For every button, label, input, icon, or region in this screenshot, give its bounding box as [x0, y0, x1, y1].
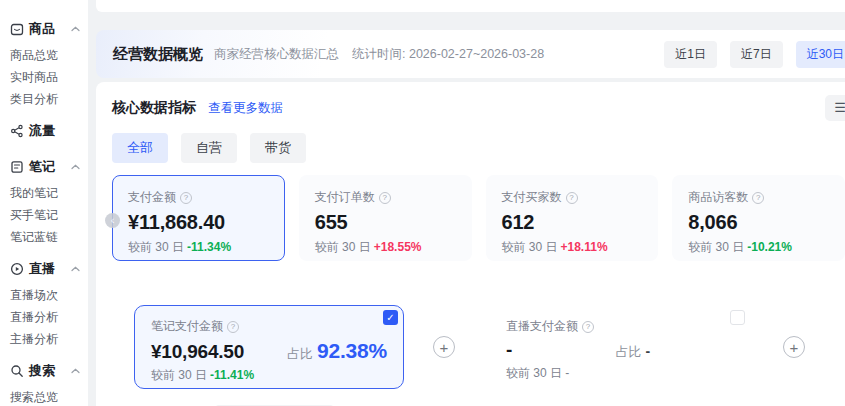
- chevron-up-icon[interactable]: [71, 26, 80, 32]
- breakdown-label: 直播支付金额: [506, 318, 578, 335]
- sidebar-item-host-analysis[interactable]: 主播分析: [0, 328, 88, 350]
- share-value: 92.38%: [317, 339, 387, 363]
- metric-value: 655: [315, 211, 456, 234]
- range-1d-button[interactable]: 近1日: [664, 41, 717, 68]
- date-range-group: 近1日 近7日 近30日: [664, 41, 845, 68]
- section-title: 核心数据指标: [112, 99, 196, 117]
- breakdown-value: -: [506, 339, 512, 361]
- breakdown-card-note-payment[interactable]: ✓ 笔记支付金额? ¥10,964.50 占比 92.38% 较前 30 日-1…: [134, 305, 404, 389]
- help-icon[interactable]: ?: [180, 192, 192, 204]
- help-icon[interactable]: ?: [582, 321, 594, 333]
- metric-value: 612: [502, 211, 643, 234]
- stat-time: 统计时间: 2026-02-27~2026-03-28: [352, 46, 544, 63]
- metric-label: 支付金额: [128, 189, 176, 206]
- sidebar-group-search: 搜索 搜索总览 引流搜索词: [0, 356, 88, 406]
- search-icon: [10, 364, 24, 378]
- goods-icon: [10, 22, 24, 36]
- sidebar-item-goods[interactable]: 商品: [0, 14, 88, 44]
- metric-label: 支付订单数: [315, 189, 375, 206]
- help-icon[interactable]: ?: [566, 192, 578, 204]
- overview-header-card: 经营数据概览 商家经营核心数据汇总 统计时间: 2026-02-27~2026-…: [96, 30, 845, 78]
- page-subtitle: 商家经营核心数据汇总: [214, 46, 339, 63]
- sidebar-item-realtime-goods[interactable]: 实时商品: [0, 66, 88, 88]
- sidebar-item-search-overview[interactable]: 搜索总览: [0, 386, 88, 406]
- sidebar-group-traffic: 流量: [0, 116, 88, 146]
- metric-label: 支付买家数: [502, 189, 562, 206]
- metric-value: ¥11,868.40: [128, 211, 269, 234]
- live-icon: [10, 262, 24, 276]
- sidebar: 商品 商品总览 实时商品 类目分析 流量 笔记 我的笔记 买手笔记: [0, 0, 88, 406]
- breakdown-row: ✓ 笔记支付金额? ¥10,964.50 占比 92.38% 较前 30 日-1…: [112, 305, 845, 389]
- sidebar-item-live[interactable]: 直播: [0, 254, 88, 284]
- metric-card-payment-amount[interactable]: 支付金额? ¥11,868.40 较前 30 日-11.34%: [112, 175, 285, 261]
- range-30d-button[interactable]: 近30日: [796, 41, 845, 68]
- sidebar-item-live-analysis[interactable]: 直播分析: [0, 306, 88, 328]
- sidebar-group-goods: 商品 商品总览 实时商品 类目分析: [0, 14, 88, 110]
- metric-card-buyer-count[interactable]: 支付买家数? 612 较前 30 日+18.11%: [486, 175, 659, 261]
- sidebar-group-live: 直播 直播场次 直播分析 主播分析: [0, 254, 88, 350]
- metric-cards-row: ‹ 支付金额? ¥11,868.40 较前 30 日-11.34% 支付订单数?…: [112, 175, 845, 261]
- share-value: -: [646, 343, 650, 359]
- breakdown-label: 笔记支付金额: [151, 318, 223, 335]
- add-metric-icon[interactable]: +: [433, 336, 455, 358]
- scrolled-card-edge: [96, 0, 845, 12]
- breakdown-card-live-payment[interactable]: 直播支付金额? - 占比 - 较前 30 日 -: [489, 305, 751, 389]
- metric-settings-icon[interactable]: ☰: [825, 95, 845, 121]
- tab-all[interactable]: 全部: [112, 133, 168, 163]
- chevron-up-icon[interactable]: [71, 368, 80, 374]
- sidebar-item-buyer-notes[interactable]: 买手笔记: [0, 204, 88, 226]
- add-metric-icon[interactable]: +: [783, 336, 805, 358]
- metric-delta: 较前 30 日+18.11%: [502, 239, 643, 256]
- checkbox-unchecked-icon[interactable]: [730, 310, 745, 325]
- metric-card-product-visitors[interactable]: 商品访客数? 8,066 较前 30 日-10.21%: [672, 175, 845, 261]
- core-metrics-card: 核心数据指标 查看更多数据 ☰ 全部 自营 带货 ‹ 支付金额? ¥11,868…: [96, 82, 845, 406]
- help-icon[interactable]: ?: [379, 192, 391, 204]
- metric-delta: 较前 30 日+18.55%: [315, 239, 456, 256]
- note-icon: [10, 160, 24, 174]
- sidebar-item-search[interactable]: 搜索: [0, 356, 88, 386]
- more-data-link[interactable]: 查看更多数据: [208, 100, 283, 117]
- metric-delta: 较前 30 日-10.21%: [688, 239, 829, 256]
- help-icon[interactable]: ?: [227, 321, 239, 333]
- share-label: 占比: [616, 343, 642, 361]
- metric-value: 8,066: [688, 211, 829, 234]
- sidebar-item-my-notes[interactable]: 我的笔记: [0, 182, 88, 204]
- sidebar-group-label: 搜索: [29, 362, 55, 380]
- metric-label: 商品访客数: [688, 189, 748, 206]
- checkbox-checked-icon[interactable]: ✓: [383, 310, 398, 325]
- sidebar-item-category-analysis[interactable]: 类目分析: [0, 88, 88, 110]
- sidebar-group-notes: 笔记 我的笔记 买手笔记 笔记蓝链: [0, 152, 88, 248]
- breakdown-delta: 较前 30 日 -: [506, 365, 734, 382]
- sidebar-group-label: 商品: [29, 20, 55, 38]
- range-7d-button[interactable]: 近7日: [730, 41, 783, 68]
- metric-delta: 较前 30 日-11.34%: [128, 239, 269, 256]
- scope-tabs: 全部 自营 带货: [112, 133, 845, 163]
- traffic-icon: [10, 124, 24, 138]
- sidebar-group-label: 流量: [29, 122, 55, 140]
- sidebar-item-note-links[interactable]: 笔记蓝链: [0, 226, 88, 248]
- sidebar-group-label: 笔记: [29, 158, 55, 176]
- sidebar-item-goods-overview[interactable]: 商品总览: [0, 44, 88, 66]
- help-icon[interactable]: ?: [752, 192, 764, 204]
- tab-self-operated[interactable]: 自营: [181, 133, 237, 163]
- sidebar-group-label: 直播: [29, 260, 55, 278]
- breakdown-value: ¥10,964.50: [151, 341, 244, 363]
- page-title: 经营数据概览: [113, 45, 203, 64]
- sidebar-item-live-sessions[interactable]: 直播场次: [0, 284, 88, 306]
- carousel-prev-icon[interactable]: ‹: [105, 213, 120, 228]
- sidebar-item-notes[interactable]: 笔记: [0, 152, 88, 182]
- chevron-up-icon[interactable]: [71, 164, 80, 170]
- metric-card-order-count[interactable]: 支付订单数? 655 较前 30 日+18.55%: [299, 175, 472, 261]
- tab-affiliate[interactable]: 带货: [250, 133, 306, 163]
- sidebar-item-traffic[interactable]: 流量: [0, 116, 88, 146]
- chevron-up-icon[interactable]: [71, 266, 80, 272]
- share-label: 占比: [287, 345, 313, 363]
- breakdown-delta: 较前 30 日-11.41%: [151, 367, 387, 384]
